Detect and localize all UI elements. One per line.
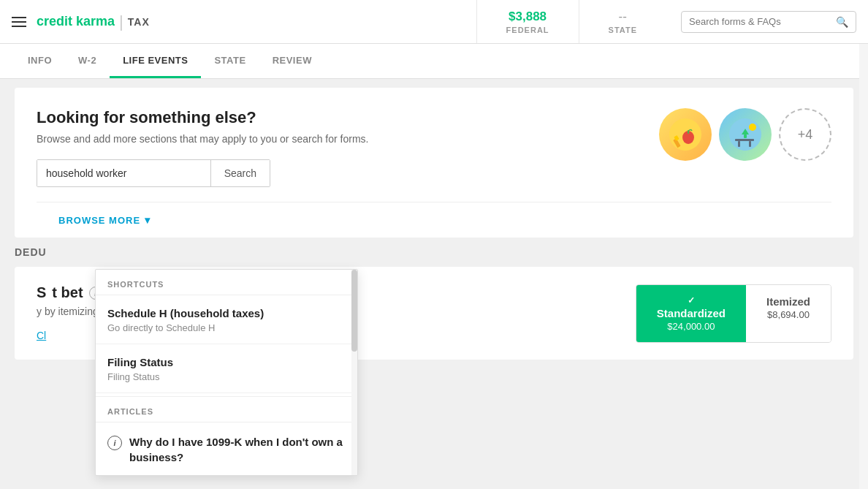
section-search-input[interactable] [37, 160, 210, 186]
dropdown-item-filing-status[interactable]: Filing Status Filing Status [96, 344, 357, 393]
toggle-itemized[interactable]: Itemized $8,694.00 [746, 285, 831, 342]
state-amount: -- [619, 10, 627, 24]
std-link[interactable]: Cl [37, 330, 46, 341]
search-row: Search [37, 159, 270, 187]
svg-rect-7 [735, 139, 754, 141]
browse-more-label: BROWSE MORE [58, 215, 140, 226]
icon-education[interactable] [719, 108, 772, 161]
tab-review[interactable]: REVIEW [259, 45, 325, 78]
chevron-down-icon: ▾ [145, 214, 151, 226]
browse-more-section: BROWSE MORE ▾ [37, 202, 831, 238]
itemized-amount: $8,694.00 [767, 309, 810, 320]
svg-rect-9 [749, 141, 751, 147]
shortcuts-label: SHORTCUTS [96, 270, 357, 295]
check-icon: ✓ [688, 295, 695, 306]
logo: credit karma | TAX [37, 12, 150, 31]
standardized-amount: $24,000.00 [667, 321, 715, 332]
tab-w2[interactable]: W-2 [65, 45, 110, 78]
search-button[interactable]: Search [210, 160, 270, 186]
tab-life-events[interactable]: LIFE EVENTS [110, 45, 201, 78]
search-section-card: Looking for something else? Browse and a… [15, 88, 853, 238]
tab-info[interactable]: INFO [15, 45, 65, 78]
filing-status-subtitle: Filing Status [107, 371, 346, 382]
logo-tax: TAX [128, 16, 150, 28]
svg-rect-8 [738, 141, 740, 147]
dropdown-article-item[interactable]: i Why do I have 1099-K when I don't own … [96, 422, 357, 475]
top-nav: credit karma | TAX $3,888 FEDERAL -- STA… [0, 0, 868, 44]
state-label: STATE [609, 26, 637, 34]
logo-divider: | [119, 12, 123, 31]
icon-plus[interactable]: +4 [779, 108, 831, 161]
search-icon[interactable]: 🔍 [836, 16, 848, 28]
dropdown-item-schedule-h[interactable]: Schedule H (household taxes) Go directly… [96, 295, 357, 344]
hamburger-menu[interactable] [12, 17, 26, 27]
icon-apple[interactable] [659, 108, 712, 161]
icons-row: +4 [659, 108, 831, 161]
std-card-title: S [37, 284, 46, 301]
dropdown-scrollbar-thumb[interactable] [351, 270, 357, 352]
article-title: Why do I have 1099-K when I don't own a … [129, 434, 346, 465]
articles-label: ARTICLES [96, 396, 357, 422]
federal-amount: $3,888 [509, 10, 547, 24]
svg-rect-11 [744, 134, 747, 138]
tab-nav: INFO W-2 LIFE EVENTS STATE REVIEW [0, 44, 868, 79]
std-card-title-suffix: t bet [52, 284, 83, 301]
dropdown-scrollbar-track [351, 270, 357, 475]
schedule-h-title: Schedule H (household taxes) [107, 307, 346, 319]
main-content: Looking for something else? Browse and a… [0, 88, 868, 360]
tab-state[interactable]: STATE [201, 45, 259, 78]
federal-label: FEDERAL [506, 26, 549, 34]
logo-credit: credit karma [37, 14, 115, 29]
deductions-label: DEDU [0, 238, 868, 261]
schedule-h-subtitle: Go directly to Schedule H [107, 322, 346, 333]
toggle-row: ✓ Standardized $24,000.00 Itemized $8,69… [636, 284, 831, 343]
itemized-label: Itemized [766, 295, 810, 308]
state-nav-item[interactable]: -- STATE [579, 0, 666, 43]
svg-point-6 [749, 124, 756, 131]
toggle-standardized[interactable]: ✓ Standardized $24,000.00 [636, 285, 746, 342]
icon-plus-label: +4 [798, 127, 813, 143]
filing-status-title: Filing Status [107, 356, 346, 368]
nav-center: $3,888 FEDERAL -- STATE [476, 0, 666, 43]
federal-nav-item[interactable]: $3,888 FEDERAL [476, 0, 579, 43]
article-info-icon: i [107, 436, 122, 450]
search-dropdown: ▲ SHORTCUTS Schedule H (household taxes)… [95, 269, 358, 476]
browse-more-button[interactable]: BROWSE MORE ▾ [58, 214, 151, 226]
global-search-input[interactable] [689, 16, 836, 27]
standardized-label: Standardized [657, 307, 726, 319]
page-scrollbar [859, 0, 868, 489]
global-search-bar: 🔍 [681, 11, 856, 33]
